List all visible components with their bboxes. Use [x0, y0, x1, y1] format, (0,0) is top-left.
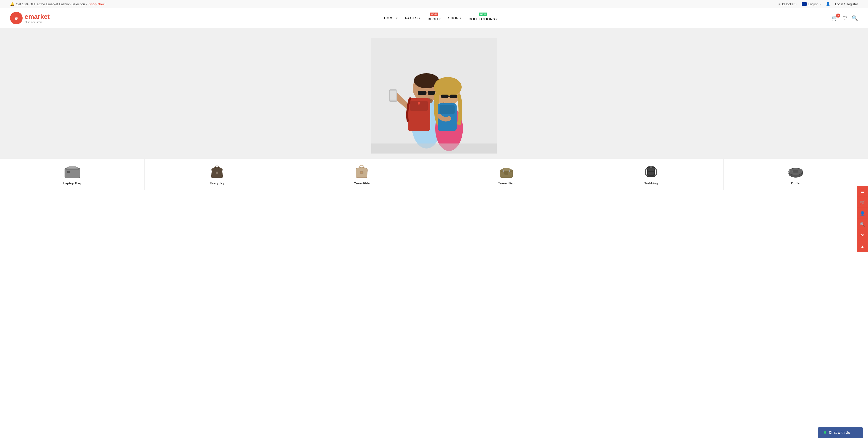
user-icon: 👤 — [826, 2, 830, 6]
search-icon[interactable]: 🔍 — [852, 15, 858, 21]
svg-rect-42 — [793, 170, 798, 173]
category-duffel[interactable]: Duffel — [723, 159, 868, 190]
svg-rect-17 — [450, 95, 457, 98]
nav-chevron-shop: ▾ — [460, 17, 461, 20]
nav-item-blog[interactable]: Hot! BLOG ▾ — [428, 15, 440, 21]
language-selector[interactable]: English ▾ — [802, 2, 821, 6]
duffel-image — [786, 164, 806, 179]
menu-icon: ☰ — [861, 189, 864, 190]
category-everyday[interactable]: Everyday — [145, 159, 289, 190]
laptop-bag-label: Laptop Bag — [63, 181, 82, 185]
main-nav: HOME ▾ PAGES ▾ Hot! BLOG ▾ SHOP ▾ New CO… — [384, 15, 498, 21]
svg-point-34 — [508, 170, 510, 172]
nav-item-shop[interactable]: SHOP ▾ — [448, 16, 461, 20]
collections-new-badge: New — [479, 12, 487, 16]
categories-section: Laptop Bag Everyday Covertible — [0, 159, 868, 190]
svg-rect-21 — [371, 143, 497, 154]
hero-image — [371, 33, 497, 154]
nav-chevron-blog: ▾ — [439, 18, 441, 21]
nav-item-pages[interactable]: PAGES ▾ — [405, 16, 420, 20]
svg-point-33 — [502, 170, 504, 172]
hero-svg — [371, 38, 497, 154]
svg-rect-20 — [439, 105, 455, 114]
announcement-bar: 🔔 Get 10% OFF at the Emarket Fashion Sel… — [0, 0, 868, 8]
logo-text: emarket all in one store — [25, 13, 50, 24]
everyday-image — [207, 164, 227, 179]
nav-item-home[interactable]: HOME ▾ — [384, 16, 398, 20]
login-register-link[interactable]: Login / Register — [835, 2, 858, 6]
language-label: English — [808, 2, 818, 6]
category-covertible[interactable]: Covertible — [289, 159, 434, 190]
svg-rect-31 — [503, 168, 509, 171]
logo-name: emarket — [25, 13, 50, 21]
lang-chevron: ▾ — [819, 3, 821, 5]
category-trekking[interactable]: Trekking — [579, 159, 723, 190]
currency-chevron: ▾ — [796, 3, 797, 5]
nav-label-home: HOME — [384, 16, 395, 20]
travel-bag-label: Travel Bag — [498, 181, 515, 185]
right-sidebar: ☰ 🛒 👤 🔍 👁 ▲ — [857, 186, 868, 190]
covertible-label: Covertible — [353, 181, 370, 185]
covertible-image — [352, 164, 372, 179]
category-travel-bag[interactable]: Travel Bag — [434, 159, 579, 190]
trekking-image — [641, 164, 661, 179]
nav-chevron-collections: ▾ — [496, 18, 498, 21]
logo-subtitle: all in one store — [25, 21, 50, 24]
svg-rect-38 — [648, 172, 654, 175]
svg-rect-24 — [68, 166, 76, 168]
cart-badge: 0 — [836, 13, 840, 18]
nav-label-pages: PAGES — [405, 16, 417, 20]
logo-icon: e — [10, 12, 23, 24]
laptop-bag-image — [62, 164, 82, 179]
everyday-label: Everyday — [210, 181, 224, 185]
cart-icon[interactable]: 🛒 0 — [832, 15, 838, 21]
currency-selector[interactable]: $ US Dollar ▾ — [778, 2, 797, 6]
nav-label-collections: COLLECTIONS — [469, 17, 495, 21]
announcement-right: $ US Dollar ▾ English ▾ 👤 Login / Regist… — [778, 2, 858, 6]
currency-label: $ US Dollar — [778, 2, 795, 6]
header-icons: 🛒 0 ♡ 🔍 — [832, 15, 858, 21]
svg-rect-25 — [66, 169, 79, 170]
trekking-label: Trekking — [645, 181, 658, 185]
svg-rect-4 — [418, 91, 427, 95]
svg-rect-35 — [504, 172, 508, 175]
nav-chevron-home: ▾ — [396, 17, 398, 20]
svg-rect-8 — [390, 91, 396, 100]
category-laptop-bag[interactable]: Laptop Bag — [0, 159, 145, 190]
svg-rect-37 — [648, 168, 654, 171]
svg-rect-26 — [67, 171, 70, 173]
wishlist-icon[interactable]: ♡ — [843, 15, 847, 21]
sidebar-menu-btn[interactable]: ☰ — [857, 186, 868, 190]
announcement-left: 🔔 Get 10% OFF at the Emarket Fashion Sel… — [10, 2, 105, 6]
travel-bag-image — [496, 164, 516, 179]
blog-hot-badge: Hot! — [430, 12, 438, 16]
bell-icon: 🔔 — [10, 2, 14, 6]
nav-item-collections[interactable]: New COLLECTIONS ▾ — [469, 15, 498, 21]
announcement-text: Get 10% OFF at the Emarket Fashion Selec… — [16, 2, 87, 6]
duffel-label: Duffel — [791, 181, 800, 185]
nav-chevron-pages: ▾ — [419, 17, 420, 20]
hero-section — [0, 28, 868, 159]
svg-point-39 — [650, 166, 652, 168]
header: e emarket all in one store HOME ▾ PAGES … — [0, 8, 868, 28]
svg-point-12 — [418, 102, 420, 105]
logo[interactable]: e emarket all in one store — [10, 12, 50, 24]
shop-now-link[interactable]: Shop Now! — [88, 2, 105, 6]
nav-label-blog: BLOG — [428, 17, 438, 21]
nav-label-shop: SHOP — [448, 16, 459, 20]
svg-rect-29 — [361, 172, 363, 173]
svg-rect-16 — [441, 95, 448, 98]
flag-icon — [802, 2, 807, 6]
svg-rect-27 — [216, 172, 218, 174]
